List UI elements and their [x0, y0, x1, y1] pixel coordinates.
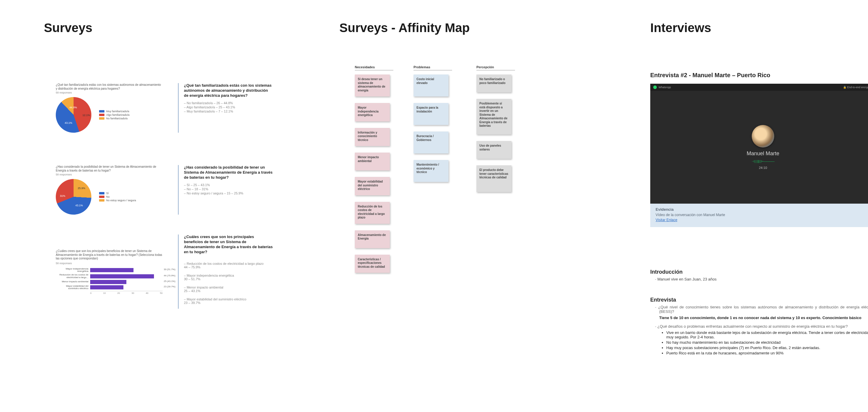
answer-pane-1: ¿Qué tan familiarizado/a estás con los s… [178, 83, 273, 133]
s1-a2: Algo familiarizado/a – 25 – 43.1% [184, 106, 273, 109]
whatsapp-duration: 24:10 [759, 166, 767, 170]
affinity-col-necesidades: Necesidades Sí desea tener un sistema de… [355, 65, 393, 279]
sticky-note[interactable]: El producto debe tener características t… [476, 165, 512, 192]
entrevista-heading: Entrevista [650, 297, 868, 303]
int-b4: Puerto Rico está en la ruta de huracanes… [666, 351, 868, 355]
s3-a3: Menor impacto ambiental 25 – 43.1% [184, 286, 273, 293]
survey-block-2: ¿Has considerado la posibilidad de tener… [56, 165, 273, 215]
affinity-col-problemas: Problemas Costo inicial elevado Espacio … [413, 65, 452, 188]
pie-chart-1: 44.8% 43.1% 12.1% [56, 97, 91, 133]
intro-section: Introducción Manuel vive en San Juan, 23… [650, 269, 868, 283]
heading-interviews: Interviews [650, 21, 711, 35]
resp-count-2: 58 responses [56, 173, 168, 176]
int-b1: Vive en un barrio donde está bastante le… [666, 330, 868, 339]
survey-block-1: ¿Qué tan familiarizado/a estás con los s… [56, 83, 273, 133]
s3-a4: Mayor estabilidad del suministro eléctri… [184, 297, 273, 304]
sticky-note[interactable]: Menor impacto ambiental [355, 153, 390, 170]
sticky-note[interactable]: Almacenamiento de Energía [355, 230, 390, 248]
s3-a1: Reducción de los costos de electricidad … [184, 262, 273, 269]
chart-pane-1: ¿Qué tan familiarizado/a estás con los s… [56, 83, 168, 133]
interview-title: Entrevista #2 - Manuel Marte – Puerto Ri… [650, 72, 770, 79]
heading-surveys: Surveys [44, 21, 92, 35]
evidence-link[interactable]: Visitar Enlace [656, 218, 677, 222]
canvas: Surveys Surveys - Affinity Map Interview… [0, 0, 868, 412]
int-q2: ¿Qué desafíos o problemas enfrentas actu… [659, 324, 868, 329]
legend-2: Sí No No estoy seguro / segura [99, 191, 136, 202]
col-head-problemas: Problemas [413, 65, 452, 70]
sticky-note[interactable]: Reducción de los costos de electricidad … [355, 202, 390, 224]
whatsapp-header: WhatsApp 🔒 End-to-end encrypted [650, 84, 868, 91]
pie-chart-2: 25.9% 43.1% 31% [56, 179, 91, 215]
sticky-note[interactable]: Espacio para la instalación [413, 103, 448, 125]
legend-1: Muy familiarizado/a Algo familiarizado/a… [99, 109, 130, 120]
int-a1: Tiene 5 de 10 en conocimiento, donde 1 e… [659, 316, 868, 320]
whatsapp-contact-name: Manuel Marte [747, 150, 779, 157]
chart-title-1: ¿Qué tan familiarizado/a estás con los s… [56, 83, 162, 91]
sticky-note[interactable]: Costo inicial elevado [413, 75, 448, 96]
s2-a2: No – 18 – 31% [184, 187, 273, 191]
sticky-note[interactable]: Información y conocimiento técnico [355, 128, 390, 146]
evidence-box: Evidencia Vídeo de la conversación con M… [650, 204, 868, 227]
evidence-label: Evidencia [656, 207, 868, 212]
intro-heading: Introducción [650, 269, 868, 275]
sticky-note[interactable]: Mayor estabilidad del suministro eléctri… [355, 177, 390, 195]
col-head-necesidades: Necesidades [355, 65, 393, 70]
answer-pane-2: ¿Has considerado la posibilidad de tener… [178, 165, 273, 215]
intro-line-1: Manuel vive en San Juan, 23 años [659, 277, 868, 282]
sticky-note[interactable]: Características / especificaciones técni… [355, 255, 390, 273]
answer-pane-3: ¿Cuáles crees que son los principales be… [178, 235, 273, 309]
sticky-note[interactable]: Uso de paneles solares [476, 141, 512, 159]
col-head-percepcion: Percepción [476, 65, 515, 70]
resp-count-1: 58 responses [56, 91, 168, 94]
int-q1: ¿Qué nivel de conocimiento tienes sobre … [659, 305, 868, 314]
q3-text: ¿Cuáles crees que son los principales be… [184, 235, 273, 255]
entrevista-section: Entrevista ¿Qué nivel de conocimiento ti… [650, 297, 868, 356]
whatsapp-encrypted-label: 🔒 End-to-end encrypted [843, 86, 868, 89]
s1-a3: Muy familiarizado/a – 7 – 12.1% [184, 110, 273, 113]
s2-a3: No estoy seguro / segura – 15 – 25.9% [184, 192, 273, 195]
whatsapp-icon [653, 86, 657, 89]
int-b3: Hay muy pocas subestaciones principales … [666, 346, 868, 350]
whatsapp-panel: WhatsApp 🔒 End-to-end encrypted Manuel M… [650, 84, 868, 227]
whatsapp-app-label: WhatsApp [658, 86, 671, 89]
q2-text: ¿Has considerado la posibilidad de tener… [184, 165, 273, 180]
s1-a1: No familiarizado/a – 26 – 44.8% [184, 101, 273, 105]
audio-wave-icon: ⊣∣∣∣∥∣∣⊢———— [752, 160, 774, 163]
int-answer-bullets: Vive en un barrio donde está bastante le… [666, 330, 868, 355]
sticky-note[interactable]: Posiblemente sí está dispuesto a inverti… [476, 99, 512, 135]
heading-affinity: Surveys - Affinity Map [339, 21, 470, 35]
chart-title-2: ¿Has considerado la posibilidad de tener… [56, 165, 162, 173]
survey-block-3: ¿Cuáles crees que son los principales be… [56, 249, 273, 309]
s2-a1: Sí – 25 – 43.1% [184, 183, 273, 187]
s3-a2: Mayor independencia energética 30 – 51.7… [184, 274, 273, 281]
evidence-desc: Vídeo de la conversación con Manuel Mart… [656, 213, 868, 217]
bar-chart-3: Mayor independencia energética30 (51.7%)… [56, 268, 162, 295]
int-b2: No hay mucho mantenimiento en las subest… [666, 340, 868, 345]
whatsapp-body: Manuel Marte ⊣∣∣∣∥∣∣⊢———— 24:10 [650, 91, 868, 204]
chart-pane-3: ¿Cuáles crees que son los principales be… [56, 249, 168, 309]
q1-text: ¿Qué tan familiarizado/a estás con los s… [184, 83, 273, 98]
sticky-note[interactable]: No familiarizado o poco familiarizado [476, 75, 512, 92]
affinity-col-percepcion: Percepción No familiarizado o poco famil… [476, 65, 515, 199]
chart-title-3: ¿Cuáles crees que son los principales be… [56, 249, 162, 261]
sticky-note[interactable]: Sí desea tener un sistema de almacenamie… [355, 75, 390, 96]
avatar [752, 125, 774, 148]
sticky-note[interactable]: Mantenimiento / económico y técnico [413, 160, 448, 182]
sticky-note[interactable]: Mayor independencia energética [355, 103, 390, 121]
sticky-note[interactable]: Burocracia / Gobiernos [413, 131, 448, 153]
resp-count-3: 58 responses [56, 262, 168, 265]
chart-pane-2: ¿Has considerado la posibilidad de tener… [56, 165, 168, 215]
